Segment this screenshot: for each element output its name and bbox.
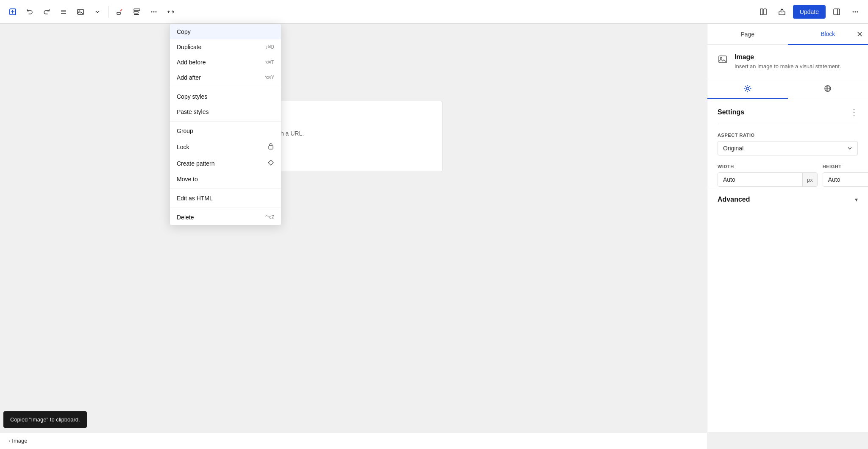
settings-icon-button[interactable]	[707, 79, 788, 99]
width-unit: px	[802, 173, 817, 186]
width-label: WIDTH	[718, 164, 818, 169]
toolbar-right: Update	[756, 4, 863, 19]
chevron-button[interactable]	[90, 4, 105, 19]
tab-page[interactable]: Page	[707, 24, 788, 44]
more-options-button[interactable]	[146, 4, 161, 19]
width-input[interactable]	[718, 173, 802, 186]
breadcrumb-current[interactable]: Image	[12, 438, 27, 444]
overflow-button[interactable]	[848, 4, 863, 19]
bottom-bar: › Image	[0, 432, 707, 449]
menu-item-add-after-label: Add after	[177, 74, 201, 81]
redo-button[interactable]	[39, 4, 54, 19]
svg-rect-19	[834, 9, 840, 15]
width-input-wrap: px	[718, 172, 818, 187]
lock-icon	[267, 143, 274, 151]
menu-item-delete-label: Delete	[177, 214, 194, 221]
settings-header: Settings ⋮	[718, 99, 858, 124]
menu-item-delete[interactable]: Delete ^⌥Z	[170, 210, 281, 225]
menu-separator-2	[170, 121, 281, 122]
sidebar-toggle-button[interactable]	[829, 4, 844, 19]
share-button[interactable]	[774, 4, 790, 19]
svg-rect-27	[719, 56, 726, 63]
svg-point-29	[746, 87, 749, 90]
aspect-ratio-label: ASPECT RATIO	[718, 133, 858, 138]
block-icon	[718, 54, 728, 66]
menu-item-copy-styles[interactable]: Copy styles	[170, 89, 281, 104]
image-button[interactable]	[73, 4, 88, 19]
view-toggle-button[interactable]	[756, 4, 771, 19]
panel-close-button[interactable]: ✕	[857, 30, 863, 39]
menu-separator-1	[170, 87, 281, 87]
menu-item-copy-styles-label: Copy styles	[177, 93, 207, 100]
menu-item-add-before-label: Add before	[177, 59, 206, 66]
canvas-area: About Image Upload an image file, or pic…	[0, 24, 707, 432]
svg-point-13	[153, 11, 155, 12]
update-button[interactable]: Update	[793, 5, 826, 19]
svg-rect-8	[117, 12, 120, 14]
style-icon-button[interactable]	[788, 79, 868, 99]
svg-point-21	[853, 11, 854, 12]
undo-button[interactable]	[22, 4, 37, 19]
panel-tabs: Page Block ✕	[707, 24, 868, 45]
settings-section: Settings ⋮ ASPECT RATIO Original Square …	[707, 99, 868, 187]
dimension-row: WIDTH px HEIGHT px	[718, 164, 858, 187]
svg-rect-17	[760, 9, 763, 15]
menu-item-move-to[interactable]: Move to	[170, 172, 281, 187]
menu-item-group[interactable]: Group	[170, 123, 281, 139]
add-block-button[interactable]	[5, 4, 20, 19]
align-button[interactable]	[129, 4, 145, 19]
breadcrumb-separator: ›	[8, 438, 10, 444]
svg-point-7	[79, 11, 80, 12]
menu-item-add-before-shortcut: ⌥⌘T	[265, 59, 274, 65]
menu-item-duplicate[interactable]: Duplicate ⇧⌘D	[170, 39, 281, 55]
aspect-ratio-select[interactable]: Original Square 4:3 16:9	[718, 141, 858, 155]
menu-item-group-label: Group	[177, 127, 193, 134]
menu-item-edit-html[interactable]: Edit as HTML	[170, 191, 281, 206]
menu-item-lock[interactable]: Lock	[170, 139, 281, 155]
width-col: WIDTH px	[718, 164, 818, 187]
menu-item-copy-label: Copy	[177, 28, 191, 35]
toast-message: Copied "Image" to clipboard.	[10, 416, 80, 423]
tools-button[interactable]	[112, 4, 128, 19]
advanced-title: Advanced	[718, 196, 750, 203]
menu-item-duplicate-shortcut: ⇧⌘D	[265, 44, 274, 50]
svg-point-22	[855, 11, 856, 12]
menu-item-move-to-label: Move to	[177, 176, 198, 183]
svg-point-14	[156, 11, 157, 12]
height-input[interactable]	[823, 173, 868, 186]
menu-item-paste-styles[interactable]: Paste styles	[170, 104, 281, 119]
menu-item-add-after[interactable]: Add after ⌥⌘Y	[170, 70, 281, 85]
svg-rect-11	[134, 14, 139, 15]
svg-rect-18	[764, 9, 766, 15]
svg-rect-26	[269, 146, 273, 149]
context-menu: Copy Duplicate ⇧⌘D Add before ⌥⌘T Add af…	[170, 24, 281, 225]
block-desc: Insert an image to make a visual stateme…	[734, 63, 841, 70]
aspect-ratio-group: ASPECT RATIO Original Square 4:3 16:9	[718, 133, 858, 155]
menu-item-add-after-shortcut: ⌥⌘Y	[265, 75, 274, 80]
toolbar: Update	[0, 0, 868, 24]
menu-item-create-pattern[interactable]: Create pattern	[170, 155, 281, 172]
tab-block[interactable]: Block	[788, 24, 868, 45]
svg-point-12	[151, 11, 153, 12]
menu-item-duplicate-label: Duplicate	[177, 44, 201, 50]
list-view-button[interactable]	[56, 4, 71, 19]
settings-more-button[interactable]: ⋮	[850, 108, 858, 117]
svg-point-23	[857, 11, 858, 12]
menu-item-paste-styles-label: Paste styles	[177, 108, 209, 115]
settings-title: Settings	[718, 108, 744, 116]
advanced-chevron-icon: ▾	[855, 196, 858, 203]
advanced-section[interactable]: Advanced ▾	[707, 187, 868, 212]
collapse-button[interactable]	[163, 4, 178, 19]
toast-notification: Copied "Image" to clipboard.	[3, 411, 87, 428]
block-title: Image	[734, 53, 841, 61]
height-label: HEIGHT	[823, 164, 868, 169]
block-info: Image Insert an image to make a visual s…	[707, 45, 868, 79]
diamond-icon	[267, 159, 274, 167]
svg-rect-10	[134, 11, 138, 13]
panel-icon-row	[707, 79, 868, 99]
block-text: Image Insert an image to make a visual s…	[734, 53, 841, 70]
right-panel: Page Block ✕ Image Insert an image to ma…	[707, 24, 868, 432]
menu-item-copy[interactable]: Copy	[170, 24, 281, 39]
menu-item-edit-html-label: Edit as HTML	[177, 195, 213, 202]
menu-item-add-before[interactable]: Add before ⌥⌘T	[170, 55, 281, 70]
